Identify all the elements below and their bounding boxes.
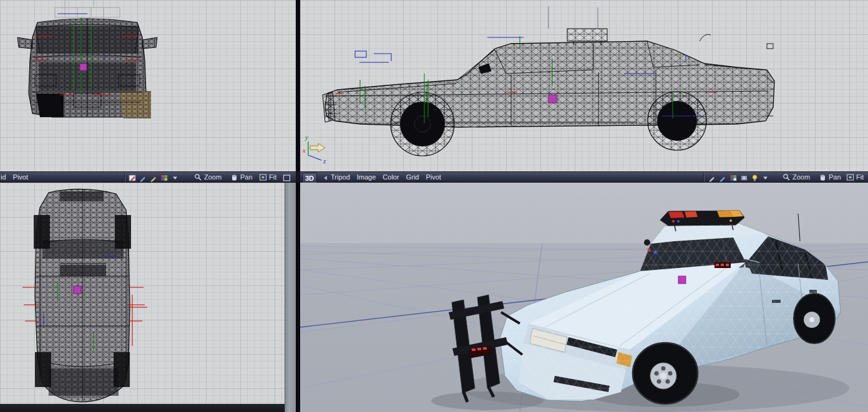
perspective-view-shaded-car bbox=[300, 183, 868, 412]
color-grid-icon[interactable] bbox=[729, 173, 738, 182]
menu-grid[interactable]: id bbox=[1, 172, 6, 182]
collapse-arrow-icon[interactable] bbox=[321, 173, 329, 182]
axis-indicator: y z x bbox=[303, 134, 335, 164]
front-wheel bbox=[391, 92, 454, 156]
horizontal-scrollbar[interactable] bbox=[0, 404, 285, 412]
viewport-divider-bottom bbox=[296, 183, 300, 412]
menu-tripod[interactable]: Tripod bbox=[331, 172, 350, 182]
view-direction-arrow-icon bbox=[310, 143, 325, 152]
zoom-label: Zoom bbox=[792, 173, 810, 181]
magnifier-icon bbox=[193, 173, 202, 181]
zoom-button[interactable]: Zoom bbox=[193, 172, 222, 182]
axis-y-label: y bbox=[305, 134, 308, 141]
front-view-wireframe-car bbox=[0, 0, 296, 171]
view-mode-button[interactable]: 3D bbox=[302, 173, 317, 183]
viewport-toolbar-strip: id Pivot bbox=[0, 171, 868, 183]
vertical-scrollbar[interactable] bbox=[285, 183, 296, 412]
menu-grid[interactable]: Grid bbox=[406, 172, 419, 182]
display-options-chevron-icon[interactable] bbox=[170, 173, 179, 182]
axis-x-label: x bbox=[303, 147, 306, 154]
maximize-viewport-icon[interactable] bbox=[282, 173, 291, 182]
zoom-label: Zoom bbox=[204, 173, 222, 181]
viewport-front[interactable] bbox=[0, 0, 296, 171]
fit-label: Fit bbox=[269, 173, 276, 181]
hand-icon bbox=[230, 173, 238, 181]
display-options-chevron-icon[interactable] bbox=[761, 173, 769, 182]
front-wheel bbox=[633, 343, 698, 404]
menu-pivot[interactable]: Pivot bbox=[426, 172, 441, 182]
hand-icon bbox=[818, 173, 827, 181]
left-viewport-toolbar: id Pivot bbox=[0, 172, 296, 182]
menu-color[interactable]: Color bbox=[383, 172, 399, 182]
rear-wheel bbox=[648, 92, 706, 150]
pan-button[interactable]: Pan bbox=[818, 172, 841, 182]
fit-label: Fit bbox=[856, 173, 864, 181]
material-swatch-icon[interactable] bbox=[739, 173, 748, 182]
menu-pivot[interactable]: Pivot bbox=[13, 172, 28, 182]
top-view-wireframe-car bbox=[0, 183, 285, 404]
axis-z-label: z bbox=[323, 157, 326, 164]
texture-pen-icon[interactable] bbox=[149, 173, 158, 182]
shade-pen-icon[interactable] bbox=[139, 173, 147, 182]
rear-wheel bbox=[794, 294, 835, 343]
viewport-top[interactable] bbox=[0, 183, 285, 404]
pan-label: Pan bbox=[829, 173, 841, 181]
shade-pen-icon[interactable] bbox=[718, 173, 727, 182]
magnifier-icon bbox=[782, 173, 791, 181]
app-window: y z x id Pivot bbox=[0, 0, 868, 412]
viewport-divider-top bbox=[296, 0, 300, 171]
pan-button[interactable]: Pan bbox=[230, 172, 253, 182]
zoom-button[interactable]: Zoom bbox=[782, 172, 810, 182]
color-grid-icon[interactable] bbox=[160, 173, 168, 182]
fit-button[interactable]: Fit bbox=[846, 172, 864, 182]
right-viewport-toolbar: 3D Tripod Image Color Grid Pivot bbox=[300, 172, 868, 182]
wireframe-pen-icon[interactable] bbox=[128, 173, 137, 182]
pan-label: Pan bbox=[240, 173, 253, 181]
lightbulb-icon[interactable] bbox=[750, 173, 759, 182]
viewport-perspective[interactable] bbox=[300, 183, 868, 412]
fit-button[interactable]: Fit bbox=[258, 172, 276, 182]
wireframe-pen-icon[interactable] bbox=[708, 173, 716, 182]
viewport-side[interactable]: y z x bbox=[300, 0, 868, 171]
fit-frame-icon bbox=[258, 173, 267, 181]
menu-image[interactable]: Image bbox=[357, 172, 376, 182]
fit-frame-icon bbox=[846, 173, 854, 181]
toolbar-divider bbox=[296, 172, 300, 182]
side-view-wireframe-car bbox=[300, 0, 868, 171]
